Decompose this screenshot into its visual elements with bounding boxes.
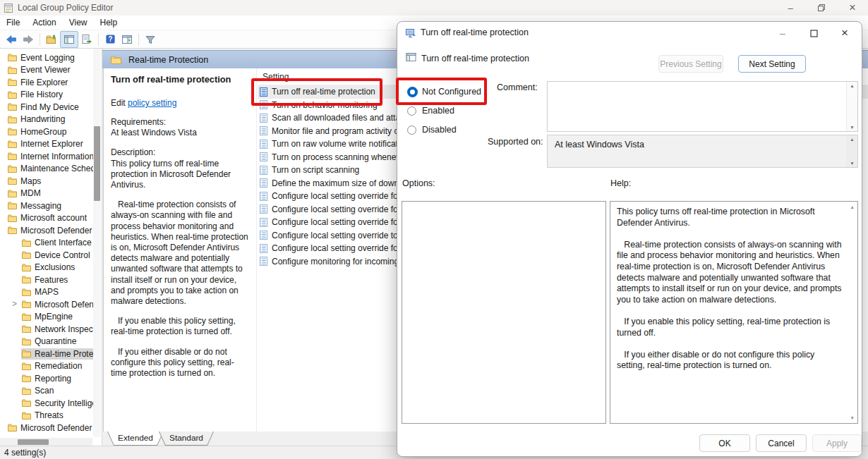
dialog-title: Turn off real-time protection bbox=[421, 27, 529, 37]
tree-item-event-viewer[interactable]: Event Viewer bbox=[0, 64, 102, 77]
tree-item-find-my-device[interactable]: Find My Device bbox=[0, 101, 102, 114]
tree-item-reporting[interactable]: Reporting bbox=[0, 372, 102, 385]
tree-vertical-scrollbar[interactable] bbox=[93, 49, 101, 437]
tree-item-mdm[interactable]: MDM bbox=[0, 188, 102, 200]
scroll-down-icon[interactable]: ▼ bbox=[850, 415, 855, 420]
tree-item-quarantine[interactable]: Quarantine bbox=[0, 336, 102, 348]
tree-item-event-logging[interactable]: Event Logging bbox=[0, 51, 102, 64]
help-icon[interactable]: ? bbox=[102, 32, 119, 47]
scroll-up-icon[interactable]: ▲ bbox=[847, 83, 857, 88]
folder-icon bbox=[22, 276, 31, 283]
cancel-button[interactable]: Cancel bbox=[756, 434, 807, 452]
tab-standard[interactable]: Standard bbox=[159, 432, 214, 446]
tree-item-microsoft-account[interactable]: Microsoft account bbox=[0, 212, 102, 225]
folder-icon bbox=[8, 152, 17, 160]
tree-item-surface: Exclusions bbox=[21, 262, 77, 273]
tree-item-features[interactable]: Features bbox=[0, 274, 102, 286]
tree-item-remediation[interactable]: Remediation bbox=[0, 360, 102, 373]
tree-item-surface: Handwriting bbox=[7, 114, 67, 125]
radio-label: Not Configured bbox=[422, 87, 481, 97]
policy-icon bbox=[260, 231, 267, 240]
dialog-minimize-icon[interactable]: – bbox=[767, 22, 798, 44]
folder-icon bbox=[8, 78, 17, 86]
radio-disabled[interactable]: Disabled bbox=[407, 123, 457, 137]
tab-extended[interactable]: Extended bbox=[107, 432, 164, 446]
tree-item-homegroup[interactable]: HomeGroup bbox=[0, 126, 102, 138]
scroll-down-icon[interactable]: ▼ bbox=[847, 161, 857, 166]
tree-item-maps[interactable]: MAPS bbox=[0, 286, 102, 299]
menu-file[interactable]: File bbox=[0, 18, 26, 27]
console-tree-icon[interactable] bbox=[60, 31, 78, 48]
minimize-icon[interactable]: – bbox=[775, 0, 806, 16]
radio-unselected-icon[interactable] bbox=[407, 126, 416, 135]
export-list-icon[interactable] bbox=[78, 32, 95, 47]
back-icon[interactable] bbox=[3, 32, 20, 47]
tree-item-real-time-protec[interactable]: Real-time Protec bbox=[0, 348, 102, 360]
tree-item-maps[interactable]: Maps bbox=[0, 175, 102, 188]
tree-item-label: Handwriting bbox=[20, 114, 65, 124]
tree-item-microsoft-defender[interactable]: Microsoft Defender bbox=[0, 224, 102, 237]
tree-item-scan[interactable]: Scan bbox=[0, 385, 102, 398]
tree-item-label: File Explorer bbox=[20, 78, 68, 87]
tree-item-mpengine[interactable]: MpEngine bbox=[0, 311, 102, 324]
radio-selected-icon[interactable] bbox=[407, 87, 418, 97]
policy-icon bbox=[260, 178, 267, 188]
comment-input[interactable]: ▲ ▼ bbox=[547, 81, 858, 132]
export-folder-icon[interactable] bbox=[43, 32, 60, 47]
tree-item-handwriting[interactable]: Handwriting bbox=[0, 114, 102, 126]
menu-view[interactable]: View bbox=[63, 18, 94, 27]
radio-enabled[interactable]: Enabled bbox=[407, 104, 454, 118]
tree-item-microsoft-defen[interactable]: >Microsoft Defen bbox=[0, 298, 102, 311]
tree-item-internet-explorer[interactable]: Internet Explorer bbox=[0, 138, 102, 151]
expand-chevron-icon[interactable]: > bbox=[12, 300, 17, 308]
tree-item-device-control[interactable]: Device Control bbox=[0, 249, 102, 262]
supported-on-label: Supported on: bbox=[488, 137, 543, 147]
tree-item-label: MAPS bbox=[35, 287, 59, 297]
action-pane-icon[interactable] bbox=[119, 32, 135, 47]
setting-label: Turn on raw volume write notificatio bbox=[272, 139, 404, 149]
comment-scrollbar[interactable]: ▲ ▼ bbox=[846, 82, 857, 131]
previous-setting-button[interactable]: Previous Setting bbox=[658, 55, 723, 73]
tree-item-maintenance-sched[interactable]: Maintenance Sched bbox=[0, 163, 102, 176]
tree-item-client-interface[interactable]: Client Interface bbox=[0, 237, 102, 250]
tree-item-internet-information[interactable]: Internet Information bbox=[0, 150, 102, 163]
tree-item-file-history[interactable]: File History bbox=[0, 89, 102, 102]
tree-item-microsoft-defender[interactable]: Microsoft Defender bbox=[0, 422, 102, 434]
policy-setting-link[interactable]: policy setting bbox=[128, 98, 176, 108]
ok-button[interactable]: OK bbox=[699, 434, 750, 452]
dialog-maximize-icon[interactable] bbox=[798, 22, 829, 44]
tree-item-security-intellige[interactable]: Security Intellige bbox=[0, 397, 102, 410]
tree-item-surface: Find My Device bbox=[7, 102, 81, 113]
radio-not-configured[interactable]: Not Configured bbox=[407, 85, 481, 99]
scroll-up-icon[interactable]: ▲ bbox=[847, 137, 857, 142]
scroll-up-icon[interactable]: ▲ bbox=[850, 204, 855, 209]
tree-item-messaging[interactable]: Messaging bbox=[0, 200, 102, 212]
scroll-down-icon[interactable]: ▼ bbox=[847, 125, 857, 130]
filter-icon[interactable] bbox=[142, 32, 159, 47]
next-setting-button[interactable]: Next Setting bbox=[738, 55, 806, 73]
supported-scrollbar[interactable]: ▲ ▼ bbox=[846, 135, 857, 167]
forward-icon[interactable] bbox=[20, 32, 37, 47]
tree-item-label: MpEngine bbox=[35, 312, 73, 322]
scrollbar-thumb[interactable] bbox=[94, 126, 100, 201]
tree-item-surface: Messaging bbox=[7, 200, 64, 212]
menu-help[interactable]: Help bbox=[94, 18, 124, 27]
tree-item-surface: Microsoft Defender bbox=[7, 422, 94, 434]
restore-icon[interactable] bbox=[806, 0, 837, 16]
radio-label: Enabled bbox=[422, 106, 454, 116]
tree-item-file-explorer[interactable]: File Explorer bbox=[0, 76, 102, 89]
scrollbar-thumb[interactable] bbox=[18, 439, 49, 445]
tree-item-label: Maps bbox=[20, 176, 41, 186]
tree-item-surface: Maintenance Sched bbox=[7, 163, 97, 174]
folder-icon bbox=[22, 251, 31, 259]
tree-item-label: Microsoft Defender bbox=[20, 226, 92, 235]
menu-action[interactable]: Action bbox=[26, 18, 62, 27]
apply-button[interactable]: Apply bbox=[812, 434, 862, 452]
close-icon[interactable]: × bbox=[837, 0, 868, 16]
tree-item-network-inspect[interactable]: Network Inspect bbox=[0, 323, 102, 336]
tree-item-exclusions[interactable]: Exclusions bbox=[0, 262, 102, 274]
radio-unselected-icon[interactable] bbox=[407, 106, 416, 116]
tree-item-threats[interactable]: Threats bbox=[0, 410, 102, 422]
setting-label: Monitor file and program activity on bbox=[272, 126, 404, 136]
dialog-close-icon[interactable]: × bbox=[829, 22, 860, 44]
